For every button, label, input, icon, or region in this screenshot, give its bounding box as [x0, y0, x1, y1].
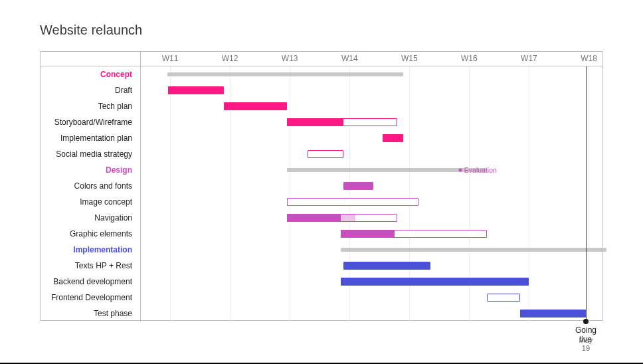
- row-label: Concept: [41, 66, 136, 82]
- week-label: W14: [341, 54, 358, 63]
- row-label: Colors and fonts: [41, 178, 136, 194]
- row-label: Storyboard/Wireframe: [41, 114, 136, 130]
- going-live-date: May 19: [577, 336, 594, 352]
- task-bar: [287, 214, 341, 222]
- row-label: Draft: [41, 82, 136, 98]
- row-label: Test phase: [41, 306, 136, 321]
- row-label: Tech plan: [41, 98, 136, 114]
- row-label: Frontend Development: [41, 290, 136, 306]
- gantt-row: Graphic elements: [41, 226, 602, 242]
- gantt-row: Backend development: [41, 274, 602, 290]
- week-label: W15: [401, 54, 418, 63]
- gantt-row: Tech plan: [41, 98, 602, 114]
- task-bar: [520, 310, 586, 318]
- gantt-row: Implementation plan: [41, 130, 602, 146]
- task-bar: [287, 198, 418, 206]
- task-bar: [308, 150, 343, 158]
- gantt-row: Frontend Development: [41, 290, 602, 306]
- gantt-row: Social media strategy: [41, 146, 602, 162]
- summary-bar: [167, 72, 404, 76]
- gantt-row: Colors and fonts: [41, 178, 602, 194]
- page-title: Website relaunch: [40, 23, 603, 38]
- gantt-rows: ConceptDraftTech planStoryboard/Wirefram…: [41, 66, 602, 321]
- gantt-row: Texts HP + Rest: [41, 258, 602, 274]
- gantt-row: Implementation: [41, 242, 602, 258]
- gantt-header: W11W12W13W14W15W16W17W18: [41, 52, 602, 66]
- row-label: Design: [41, 162, 136, 178]
- task-bar: [287, 118, 344, 126]
- task-bar: [487, 294, 520, 302]
- going-live-line: [586, 66, 587, 321]
- row-label: Graphic elements: [41, 226, 136, 242]
- task-bar: [343, 262, 430, 270]
- gantt-row: Storyboard/Wireframe: [41, 114, 602, 130]
- summary-bar: [287, 168, 488, 172]
- gantt-chart: W11W12W13W14W15W16W17W18ConceptDraftTech…: [40, 51, 603, 321]
- task-bar: [168, 86, 224, 94]
- row-label: Texts HP + Rest: [41, 258, 136, 274]
- gantt-row: Concept: [41, 66, 602, 82]
- row-label: Navigation: [41, 210, 136, 226]
- gantt-row: Draft: [41, 82, 602, 98]
- gantt-row: Image concept: [41, 194, 602, 210]
- week-label: W18: [581, 54, 597, 63]
- week-label: W16: [461, 54, 478, 63]
- row-label: Backend development: [41, 274, 136, 290]
- evaluation-milestone-dot: [458, 169, 462, 172]
- week-label: W13: [282, 54, 298, 63]
- summary-bar: [341, 248, 607, 252]
- row-label: Social media strategy: [41, 146, 136, 162]
- task-bar: [343, 182, 373, 190]
- row-label: Image concept: [41, 194, 136, 210]
- gantt-row: Test phase: [41, 306, 602, 321]
- evaluation-milestone-label: Evaluation: [464, 166, 497, 174]
- row-label: Implementation plan: [41, 130, 136, 146]
- task-bar: [341, 230, 395, 238]
- task-bar: [341, 278, 529, 286]
- row-label: Implementation: [41, 242, 136, 258]
- week-label: W11: [162, 54, 179, 63]
- task-bar: [383, 134, 404, 142]
- week-label: W12: [222, 54, 238, 63]
- gantt-row: Navigation: [41, 210, 602, 226]
- task-bar: [224, 102, 287, 110]
- task-bar: [341, 214, 356, 222]
- gantt-row: DesignEvaluation: [41, 162, 602, 178]
- week-label: W17: [521, 54, 537, 63]
- going-live-dot: [583, 319, 589, 324]
